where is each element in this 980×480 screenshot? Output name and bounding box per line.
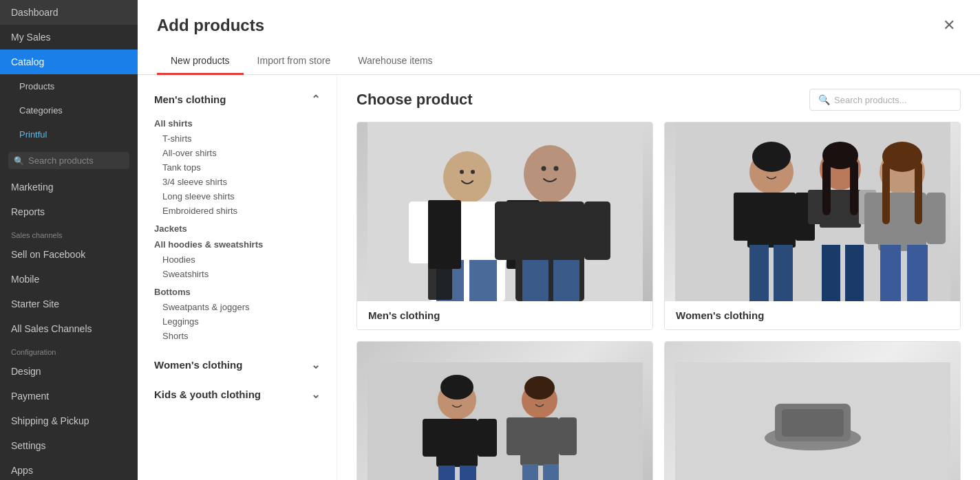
modal-overlay: Add products ✕ New products Import from … xyxy=(138,0,980,480)
sidebar-item-catalog[interactable]: Catalog xyxy=(0,50,138,74)
search-icon-sidebar: 🔍 xyxy=(14,156,24,166)
search-products-wrapper[interactable]: 🔍 xyxy=(809,89,961,111)
product-label-mens: Men's clothing xyxy=(357,301,652,329)
product-image-womens xyxy=(665,122,960,301)
svg-rect-14 xyxy=(522,260,548,301)
product-card-kids[interactable]: Kids clothing xyxy=(356,341,653,480)
svg-point-18 xyxy=(471,170,475,174)
category-all-over-shirts[interactable]: All-over shirts xyxy=(154,146,320,160)
sidebar-item-products[interactable]: Products xyxy=(0,74,138,98)
sidebar-item-reports[interactable]: Reports xyxy=(0,199,138,224)
group-jackets[interactable]: Jackets xyxy=(154,223,320,234)
sidebar-item-categories[interactable]: Categories xyxy=(0,98,138,122)
svg-rect-6 xyxy=(469,260,497,301)
sidebar-item-my-sales[interactable]: My Sales xyxy=(0,25,138,50)
category-kids-label: Kids & youth clothing xyxy=(154,389,261,400)
svg-rect-48 xyxy=(926,193,946,244)
sidebar-item-sell-facebook[interactable]: Sell on Facebook xyxy=(0,242,138,267)
svg-rect-38 xyxy=(845,245,864,301)
svg-point-21 xyxy=(553,166,558,171)
category-tank-tops[interactable]: Tank tops xyxy=(154,160,320,175)
svg-rect-63 xyxy=(460,466,476,480)
search-products-input[interactable] xyxy=(834,95,952,105)
sidebar-item-starter-site[interactable]: Starter Site xyxy=(0,292,138,316)
product-image-accessories xyxy=(665,342,960,480)
svg-rect-15 xyxy=(553,260,579,301)
configuration-label: Configuration xyxy=(0,341,138,359)
close-button[interactable]: ✕ xyxy=(937,14,961,37)
search-products-input-sidebar[interactable] xyxy=(28,155,124,166)
svg-rect-57 xyxy=(368,362,643,480)
category-t-shirts[interactable]: T-shirts xyxy=(154,131,320,146)
svg-rect-28 xyxy=(774,245,793,301)
svg-rect-71 xyxy=(559,417,577,455)
products-area: Choose product 🔍 xyxy=(337,75,980,480)
svg-rect-37 xyxy=(822,245,840,301)
svg-rect-61 xyxy=(478,419,497,457)
category-sidebar: Men's clothing ⌃ All shirts T-shirts All… xyxy=(138,75,337,480)
svg-point-32 xyxy=(752,142,791,172)
tab-import-from-store[interactable]: Import from store xyxy=(244,48,345,75)
modal-tabs: New products Import from store Warehouse… xyxy=(138,40,980,75)
sidebar-item-design[interactable]: Design xyxy=(0,359,138,384)
category-sweatpants[interactable]: Sweatpants & joggers xyxy=(154,300,320,314)
product-image-kids xyxy=(357,342,652,480)
product-card-accessories[interactable]: Accessories xyxy=(664,341,961,480)
sidebar-search[interactable]: 🔍 xyxy=(8,152,129,169)
tab-warehouse-items[interactable]: Warehouse items xyxy=(344,48,446,75)
sidebar-item-marketing[interactable]: Marketing xyxy=(0,175,138,199)
category-long-sleeve[interactable]: Long sleeve shirts xyxy=(154,189,320,204)
category-leggings[interactable]: Leggings xyxy=(154,314,320,329)
sidebar-item-settings[interactable]: Settings xyxy=(0,433,138,458)
svg-point-77 xyxy=(524,376,555,400)
category-3-4-sleeve[interactable]: 3/4 sleeve shirts xyxy=(154,175,320,189)
group-hoodies[interactable]: All hoodies & sweatshirts xyxy=(154,239,320,250)
category-mens-header[interactable]: Men's clothing ⌃ xyxy=(138,86,337,113)
product-card-mens[interactable]: Men's clothing xyxy=(356,122,653,330)
product-label-womens: Women's clothing xyxy=(665,301,960,329)
svg-rect-56 xyxy=(915,162,922,224)
category-kids-header[interactable]: Kids & youth clothing ⌄ xyxy=(138,381,337,408)
category-womens-header[interactable]: Women's clothing ⌄ xyxy=(138,351,337,378)
sidebar-item-printful[interactable]: Printful xyxy=(0,122,138,146)
sales-channels-label: Sales channels xyxy=(0,224,138,242)
category-kids-clothing: Kids & youth clothing ⌄ xyxy=(138,381,337,408)
svg-rect-49 xyxy=(880,245,901,301)
main-area: Add products ✕ New products Import from … xyxy=(138,0,980,480)
modal-title: Add products xyxy=(157,16,264,35)
category-sweatshirts[interactable]: Sweatshirts xyxy=(154,267,320,281)
sidebar-item-dashboard[interactable]: Dashboard xyxy=(0,0,138,25)
svg-point-16 xyxy=(448,157,487,195)
sidebar-item-apps[interactable]: Apps xyxy=(0,458,138,480)
category-embroidered[interactable]: Embroidered shirts xyxy=(154,204,320,218)
svg-point-17 xyxy=(460,170,464,174)
modal-header: Add products ✕ xyxy=(138,0,980,37)
svg-point-19 xyxy=(529,152,571,193)
category-hoodies[interactable]: Hoodies xyxy=(154,252,320,267)
sidebar-item-mobile[interactable]: Mobile xyxy=(0,267,138,292)
category-shorts[interactable]: Shorts xyxy=(154,329,320,343)
sidebar-item-all-sales-channels[interactable]: All Sales Channels xyxy=(0,316,138,341)
group-all-shirts[interactable]: All shirts xyxy=(154,118,320,129)
svg-point-67 xyxy=(440,375,473,400)
product-image-mens xyxy=(357,122,652,301)
sidebar-item-shipping[interactable]: Shipping & Pickup xyxy=(0,408,138,433)
svg-rect-72 xyxy=(522,464,538,480)
svg-rect-81 xyxy=(782,409,844,437)
svg-rect-9 xyxy=(428,200,452,300)
choose-product-title: Choose product xyxy=(356,91,473,109)
svg-point-20 xyxy=(541,166,546,171)
category-mens-label: Men's clothing xyxy=(154,94,226,105)
chevron-up-icon: ⌃ xyxy=(311,93,320,106)
product-card-womens[interactable]: Women's clothing xyxy=(664,122,961,330)
svg-rect-24 xyxy=(747,193,796,248)
tab-new-products[interactable]: New products xyxy=(157,48,244,75)
products-area-header: Choose product 🔍 xyxy=(356,75,961,122)
svg-rect-69 xyxy=(520,417,559,466)
svg-rect-55 xyxy=(882,162,890,224)
sidebar-item-payment[interactable]: Payment xyxy=(0,384,138,408)
svg-rect-60 xyxy=(423,419,442,457)
group-bottoms[interactable]: Bottoms xyxy=(154,287,320,297)
svg-rect-59 xyxy=(436,419,478,467)
svg-rect-50 xyxy=(907,245,928,301)
